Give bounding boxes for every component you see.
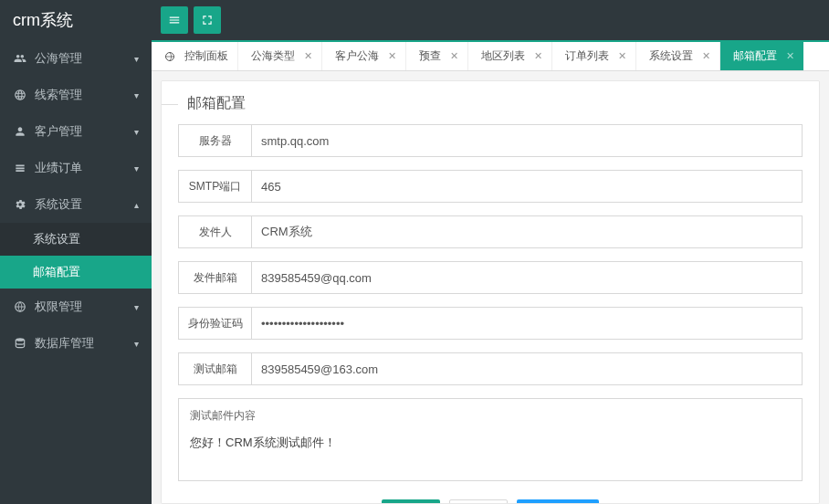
- submit-button[interactable]: 提交: [382, 499, 440, 504]
- close-icon[interactable]: ✕: [450, 50, 458, 62]
- sender-input[interactable]: [251, 215, 803, 248]
- auth-code-input[interactable]: [251, 307, 803, 340]
- tab-label: 地区列表: [481, 48, 525, 64]
- close-icon[interactable]: ✕: [702, 50, 710, 62]
- close-icon[interactable]: ✕: [618, 50, 626, 62]
- port-label: SMTP端口: [178, 170, 251, 203]
- sender-label: 发件人: [178, 215, 251, 248]
- close-icon[interactable]: ✕: [786, 50, 794, 62]
- expand-icon: [201, 14, 214, 26]
- sidebar-subitem-label: 邮箱配置: [33, 265, 80, 278]
- reset-button[interactable]: 重置: [449, 499, 508, 504]
- chevron-down-icon: ▾: [134, 163, 139, 173]
- tab-label: 预查: [419, 48, 441, 64]
- sidebar: crm系统 公海管理 ▾ 线索管理 ▾ 客户管理 ▾: [0, 0, 152, 504]
- tab-label: 订单列表: [565, 48, 609, 64]
- sidebar-item-sea-manage[interactable]: 公海管理 ▾: [0, 40, 152, 77]
- globe-icon: [13, 89, 27, 101]
- sidebar-subitem-system-settings[interactable]: 系统设置: [0, 223, 152, 256]
- globe-icon: [13, 300, 27, 313]
- tab-sea-type[interactable]: 公海类型 ✕: [238, 42, 322, 70]
- sidebar-item-database[interactable]: 数据库管理 ▾: [0, 325, 152, 362]
- sidebar-subitem-email-config[interactable]: 邮箱配置: [0, 256, 152, 289]
- tab-preview[interactable]: 预查 ✕: [406, 42, 468, 70]
- sidebar-subitem-label: 系统设置: [33, 232, 80, 246]
- tab-label: 公海类型: [251, 48, 295, 64]
- brand-title: crm系统: [0, 0, 152, 40]
- globe-icon: [164, 51, 175, 62]
- server-input[interactable]: [251, 124, 803, 157]
- menu-toggle-button[interactable]: [161, 6, 188, 34]
- close-icon[interactable]: ✕: [534, 50, 542, 62]
- chevron-down-icon: ▾: [134, 54, 139, 64]
- tab-customer-sea[interactable]: 客户公海 ✕: [322, 42, 406, 70]
- tab-email-config[interactable]: 邮箱配置 ✕: [720, 42, 803, 70]
- chevron-down-icon: ▾: [134, 127, 139, 137]
- panel-title: 邮箱配置: [178, 94, 803, 124]
- close-icon[interactable]: ✕: [304, 50, 312, 62]
- sender-email-input[interactable]: [251, 261, 803, 294]
- sidebar-item-label: 公海管理: [35, 50, 82, 67]
- tab-dashboard[interactable]: 控制面板: [152, 42, 238, 70]
- tab-label: 邮箱配置: [733, 48, 777, 64]
- main-area: 控制面板 公海类型 ✕ 客户公海 ✕ 预查 ✕ 地区列表 ✕ 订单列表 ✕: [152, 0, 829, 504]
- sidebar-item-label: 数据库管理: [35, 335, 94, 352]
- test-content-value: 您好！CRM系统测试邮件！: [190, 435, 791, 471]
- sidebar-item-label: 客户管理: [35, 123, 82, 140]
- test-email-label: 测试邮箱: [178, 352, 251, 385]
- server-label: 服务器: [178, 124, 251, 157]
- test-send-button[interactable]: 测试发送: [517, 499, 599, 504]
- auth-code-label: 身份验证码: [178, 307, 251, 340]
- tab-region-list[interactable]: 地区列表 ✕: [468, 42, 552, 70]
- sidebar-item-customer-manage[interactable]: 客户管理 ▾: [0, 113, 152, 150]
- tab-strip: 控制面板 公海类型 ✕ 客户公海 ✕ 预查 ✕ 地区列表 ✕ 订单列表 ✕: [152, 40, 829, 71]
- chevron-up-icon: ▴: [134, 200, 139, 210]
- test-content-block[interactable]: 测试邮件内容 您好！CRM系统测试邮件！: [178, 398, 803, 481]
- tab-order-list[interactable]: 订单列表 ✕: [552, 42, 636, 70]
- sidebar-item-label: 系统设置: [35, 196, 82, 213]
- gear-icon: [13, 198, 27, 211]
- fullscreen-button[interactable]: [194, 6, 221, 34]
- tab-system-settings[interactable]: 系统设置 ✕: [636, 42, 720, 70]
- user-icon: [13, 125, 27, 138]
- database-icon: [13, 337, 27, 350]
- port-input[interactable]: [251, 170, 803, 203]
- tab-label: 系统设置: [649, 48, 693, 64]
- bars-icon: [168, 14, 181, 26]
- svg-point-1: [16, 338, 24, 341]
- user-group-icon: [13, 52, 27, 65]
- chevron-down-icon: ▾: [134, 302, 139, 312]
- sidebar-item-permission[interactable]: 权限管理 ▾: [0, 289, 152, 325]
- test-email-input[interactable]: [251, 352, 803, 385]
- sidebar-item-label: 权限管理: [35, 299, 82, 315]
- sidebar-item-system-settings[interactable]: 系统设置 ▴: [0, 186, 152, 223]
- topbar: [152, 0, 829, 40]
- form-panel: 邮箱配置 服务器 SMTP端口 发件人 发件邮箱 身份验证码: [161, 80, 820, 504]
- sidebar-item-label: 业绩订单: [35, 160, 82, 176]
- sender-email-label: 发件邮箱: [178, 261, 251, 294]
- tab-label: 客户公海: [335, 48, 379, 64]
- sidebar-item-lead-manage[interactable]: 线索管理 ▾: [0, 77, 152, 113]
- sidebar-item-order[interactable]: 业绩订单 ▾: [0, 150, 152, 186]
- form-actions: 提交 重置 测试发送: [178, 494, 803, 504]
- close-icon[interactable]: ✕: [388, 50, 396, 62]
- chevron-down-icon: ▾: [134, 90, 139, 100]
- sidebar-item-label: 线索管理: [35, 87, 82, 103]
- stack-icon: [13, 162, 27, 174]
- tab-label: 控制面板: [184, 48, 228, 64]
- chevron-down-icon: ▾: [134, 339, 139, 349]
- test-content-label: 测试邮件内容: [190, 408, 791, 424]
